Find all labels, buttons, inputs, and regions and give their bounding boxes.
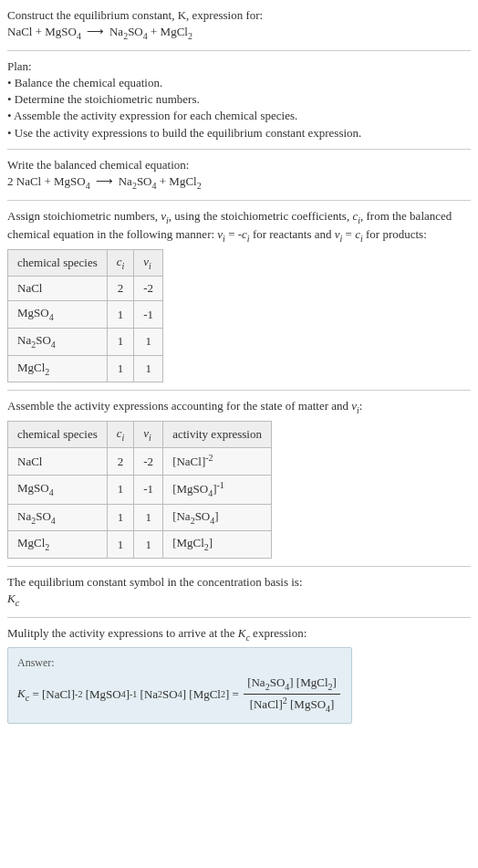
divider [7, 390, 471, 391]
cell-ci: 2 [107, 448, 134, 476]
balanced-block: Write the balanced chemical equation: 2 … [7, 157, 471, 193]
cell-vi: -2 [134, 448, 163, 476]
table-header: chemical species [8, 249, 108, 277]
cell-activity: [Na2SO4] [163, 504, 272, 531]
intro-block: Construct the equilibrium constant, K, e… [7, 7, 471, 43]
cell-species: MgCl2 [8, 355, 108, 382]
table-row: Na2SO4 1 1 [8, 329, 163, 356]
cell-vi: -2 [134, 277, 163, 301]
cell-activity: [MgSO4]-1 [163, 475, 272, 504]
divider [7, 617, 471, 618]
table-row: NaCl 2 -2 [8, 277, 163, 301]
divider [7, 200, 471, 201]
activity-block: Assemble the activity expressions accoun… [7, 398, 471, 559]
table-header: ci [107, 249, 134, 277]
cell-ci: 1 [107, 475, 134, 504]
multiply-heading: Mulitply the activity expressions to arr… [7, 625, 471, 644]
plan-block: Plan: • Balance the chemical equation. •… [7, 58, 471, 141]
plan-item: • Assemble the activity expression for e… [7, 108, 471, 124]
symbol-line1: The equilibrium constant symbol in the c… [7, 574, 471, 591]
cell-ci: 1 [107, 504, 134, 531]
table-row: Na2SO4 1 1 [Na2SO4] [8, 504, 272, 531]
cell-ci: 2 [107, 277, 134, 301]
divider [7, 566, 471, 567]
cell-ci: 1 [107, 329, 134, 356]
stoich-block: Assign stoichiometric numbers, νi, using… [7, 208, 471, 383]
table-row: MgCl2 1 1 [8, 355, 163, 382]
cell-species: MgSO4 [8, 301, 108, 329]
cell-ci: 1 [107, 301, 134, 329]
cell-species: Na2SO4 [8, 504, 108, 531]
divider [7, 50, 471, 51]
cell-ci: 1 [107, 355, 134, 382]
multiply-block: Mulitply the activity expressions to arr… [7, 625, 471, 724]
cell-species: MgCl2 [8, 531, 108, 559]
cell-vi: -1 [134, 301, 163, 329]
cell-vi: 1 [134, 329, 163, 356]
plan-item: • Balance the chemical equation. [7, 75, 471, 91]
table-row: MgSO4 1 -1 [8, 301, 163, 329]
balanced-heading: Write the balanced chemical equation: [7, 157, 471, 173]
answer-label: Answer: [17, 655, 342, 671]
stoich-table: chemical species ci νi NaCl 2 -2 MgSO4 1… [7, 249, 163, 383]
cell-vi: 1 [134, 504, 163, 531]
balanced-equation: 2 NaCl + MgSO4⟶Na2SO4 + MgCl2 [7, 173, 471, 193]
cell-vi: 1 [134, 355, 163, 382]
table-header: chemical species [8, 421, 108, 448]
table-header: νi [134, 421, 163, 448]
table-row: NaCl 2 -2 [NaCl]-2 [8, 448, 272, 476]
intro-equation: NaCl + MgSO4⟶Na2SO4 + MgCl2 [7, 24, 471, 43]
table-header: activity expression [163, 421, 272, 448]
activity-heading: Assemble the activity expressions accoun… [7, 398, 471, 417]
symbol-block: The equilibrium constant symbol in the c… [7, 574, 471, 610]
stoich-heading: Assign stoichiometric numbers, νi, using… [7, 208, 471, 246]
table-header: ci [107, 421, 134, 448]
kc-expression: Kc = [NaCl]-2 [MgSO4]-1 [Na2SO4] [MgCl2]… [17, 675, 342, 716]
divider [7, 149, 471, 150]
cell-activity: [MgCl2] [163, 531, 272, 559]
plan-heading: Plan: [7, 58, 471, 75]
cell-species: MgSO4 [8, 475, 108, 504]
cell-species: NaCl [8, 448, 108, 476]
table-header: νi [134, 249, 163, 277]
plan-item: • Use the activity expressions to build … [7, 125, 471, 141]
plan-item: • Determine the stoichiometric numbers. [7, 91, 471, 108]
cell-species: NaCl [8, 277, 108, 301]
symbol-kc: Kc [7, 591, 471, 610]
cell-vi: 1 [134, 531, 163, 559]
table-row: MgCl2 1 1 [MgCl2] [8, 531, 272, 559]
cell-ci: 1 [107, 531, 134, 559]
cell-activity: [NaCl]-2 [163, 448, 272, 476]
cell-species: Na2SO4 [8, 329, 108, 356]
answer-box: Answer: Kc = [NaCl]-2 [MgSO4]-1 [Na2SO4]… [7, 647, 352, 723]
table-row: MgSO4 1 -1 [MgSO4]-1 [8, 475, 272, 504]
intro-line1: Construct the equilibrium constant, K, e… [7, 7, 471, 24]
cell-vi: -1 [134, 475, 163, 504]
activity-table: chemical species ci νi activity expressi… [7, 421, 272, 559]
